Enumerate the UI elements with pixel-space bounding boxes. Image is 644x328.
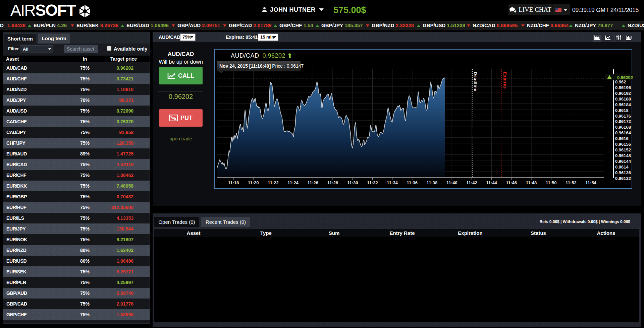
- svg-text:11:26: 11:26: [308, 180, 319, 185]
- svg-text:0.96152: 0.96152: [615, 147, 631, 152]
- svg-text:11:30: 11:30: [347, 180, 358, 185]
- svg-text:11:54: 11:54: [585, 180, 596, 185]
- svg-text:11:22: 11:22: [268, 180, 279, 185]
- svg-text:0.96144: 0.96144: [615, 159, 631, 164]
- svg-text:11:24: 11:24: [287, 180, 299, 185]
- svg-text:0.96202: 0.96202: [617, 75, 633, 80]
- svg-text:11:20: 11:20: [248, 180, 259, 185]
- svg-text:11:50: 11:50: [546, 180, 557, 185]
- svg-text:11:28: 11:28: [327, 180, 338, 185]
- svg-text:0.96164: 0.96164: [615, 130, 631, 135]
- svg-text:0.96172: 0.96172: [615, 119, 631, 124]
- svg-text:11:36: 11:36: [407, 180, 418, 185]
- svg-text:11:46: 11:46: [506, 180, 517, 185]
- svg-text:0.96196: 0.96196: [615, 85, 631, 90]
- svg-text:Expires: Expires: [502, 72, 507, 89]
- svg-text:0.96168: 0.96168: [615, 125, 631, 130]
- svg-text:0.96176: 0.96176: [615, 114, 631, 119]
- svg-text:11:38: 11:38: [427, 180, 438, 185]
- svg-text:0.96188: 0.96188: [615, 96, 631, 102]
- svg-text:11:42: 11:42: [466, 180, 477, 185]
- svg-text:11:52: 11:52: [566, 180, 577, 185]
- svg-text:11:48: 11:48: [526, 180, 537, 185]
- svg-text:11:44: 11:44: [486, 180, 497, 185]
- svg-text:0.96156: 0.96156: [615, 142, 631, 147]
- svg-text:11:18: 11:18: [228, 180, 239, 185]
- svg-text:Deadline: Deadline: [473, 72, 478, 91]
- svg-text:0.96192: 0.96192: [615, 91, 631, 96]
- svg-text:0.96132: 0.96132: [615, 176, 631, 181]
- svg-text:11:40: 11:40: [446, 180, 458, 185]
- svg-text:0.9614: 0.9614: [615, 165, 629, 170]
- svg-text:11:34: 11:34: [387, 180, 398, 185]
- svg-text:0.9618: 0.9618: [615, 108, 629, 113]
- svg-text:11:32: 11:32: [367, 180, 378, 185]
- svg-text:0.96148: 0.96148: [615, 153, 631, 158]
- svg-text:0.9616: 0.9616: [615, 136, 629, 141]
- svg-text:0.96184: 0.96184: [615, 102, 631, 107]
- svg-text:0.96136: 0.96136: [615, 170, 631, 175]
